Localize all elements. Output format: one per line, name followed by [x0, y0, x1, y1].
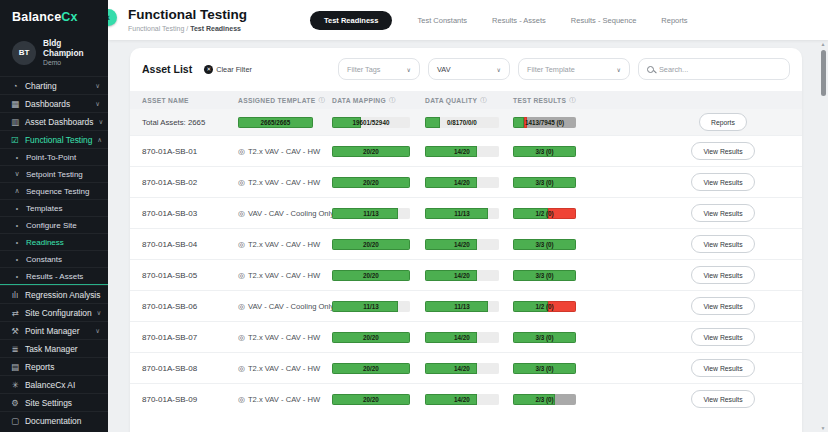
- sidebar-item-label: Point Manager: [25, 326, 79, 336]
- scroll-down-icon[interactable]: ▼: [821, 425, 826, 431]
- tab-test-readiness[interactable]: Test Readiness: [310, 11, 392, 30]
- info-icon[interactable]: ⓘ: [389, 96, 396, 105]
- view-results-button[interactable]: View Results: [691, 142, 754, 160]
- quality-bar: 14/20: [425, 363, 499, 374]
- info-icon[interactable]: ⓘ: [318, 96, 325, 105]
- table-row: 870-01A-SB-03◎VAV - CAV - Cooling Only11…: [130, 197, 802, 228]
- asset-name: 870-01A-SB-03: [142, 209, 238, 218]
- sidebar-item-templates[interactable]: •Templates: [0, 199, 108, 216]
- sidebar-item-asset-dashboards[interactable]: ▥Asset Dashboards∨: [0, 112, 108, 130]
- view-results-button[interactable]: View Results: [691, 390, 754, 408]
- sidebar-item-documentation[interactable]: ▢Documentation: [0, 411, 108, 429]
- tab-test-constants[interactable]: Test Constants: [417, 16, 467, 25]
- quality-cell: 14/20: [425, 332, 513, 343]
- sidebar-item-regression-analysis[interactable]: ılıRegression Analysis: [0, 285, 108, 303]
- quality-bar: 14/20: [425, 332, 499, 343]
- list-icon: ≣: [10, 344, 20, 354]
- sidebar-item-point-to-point[interactable]: •Point-To-Point: [0, 148, 108, 165]
- bullet-icon: •: [13, 273, 21, 280]
- sidebar-item-sequence-testing[interactable]: ∧Sequence Testing: [0, 182, 108, 199]
- results-bar: 1/2 (0): [513, 301, 576, 312]
- action-cell: View Results: [678, 204, 768, 222]
- sidebar-item-configure-site[interactable]: •Configure Site: [0, 216, 108, 233]
- tab-results-assets[interactable]: Results - Assets: [492, 16, 546, 25]
- template-icon: ◎: [238, 271, 245, 280]
- chevron-up-icon: ∧: [97, 136, 102, 144]
- view-results-button[interactable]: View Results: [691, 328, 754, 346]
- sidebar-item-reports[interactable]: ▤Reports: [0, 357, 108, 375]
- column-header-label: Data Quality: [425, 97, 477, 104]
- clear-filter-label: Clear Filter: [216, 65, 252, 74]
- sidebar-item-label: Task Manager: [25, 344, 78, 354]
- chevron-down-icon: ∨: [98, 118, 103, 126]
- assigned-template-cell: ◎T2.x VAV - CAV - HW: [238, 240, 332, 249]
- sidebar-item-setpoint-testing[interactable]: ∨Setpoint Testing: [0, 165, 108, 182]
- quality-cell: 14/20: [425, 177, 513, 188]
- bar-label: 3/3 (0): [513, 146, 576, 157]
- bar-chart-icon: ılı: [10, 290, 20, 300]
- sidebar-item-charting[interactable]: ◔Charting∨: [0, 76, 108, 94]
- mapping-bar: 11/13: [332, 208, 410, 219]
- mapping-bar: 20/20: [332, 394, 410, 405]
- shield-check-icon: ☑: [10, 135, 20, 145]
- clear-filter-button[interactable]: ✕ Clear Filter: [204, 65, 252, 74]
- info-icon[interactable]: ⓘ: [480, 96, 487, 105]
- search-input[interactable]: [659, 65, 781, 74]
- mapping-cell: 20/20: [332, 332, 425, 343]
- filter-dropdown-vav[interactable]: VAV∨: [428, 58, 510, 80]
- view-results-button[interactable]: View Results: [691, 297, 754, 315]
- results-cell: 3/3 (0): [513, 270, 628, 281]
- view-results-button[interactable]: View Results: [691, 173, 754, 191]
- template-icon: ◎: [238, 395, 245, 404]
- chevron-down-icon: ∨: [97, 309, 102, 317]
- sidebar-item-label: BalanceCx AI: [25, 380, 75, 390]
- view-results-button[interactable]: View Results: [691, 204, 754, 222]
- template-icon: ◎: [238, 240, 245, 249]
- filter-dropdown-filter-tags[interactable]: Filter Tags∨: [338, 58, 420, 80]
- sidebar-item-results-assets[interactable]: •Results - Assets: [0, 267, 108, 284]
- scrollbar-thumb[interactable]: [821, 50, 826, 96]
- sidebar-item-dashboards[interactable]: ▦Dashboards∨: [0, 94, 108, 112]
- sidebar-item-balancecx-ai[interactable]: ✳BalanceCx AI: [0, 375, 108, 393]
- sidebar-item-site-settings[interactable]: ⚙Site Settings: [0, 393, 108, 411]
- sidebar-nav: ◔Charting∨▦Dashboards∨▥Asset Dashboards∨…: [0, 76, 108, 432]
- scroll-up-icon[interactable]: ▲: [821, 41, 826, 47]
- sidebar-item-constants[interactable]: •Constants: [0, 250, 108, 267]
- template-name: VAV - CAV - Cooling Only: [248, 209, 334, 218]
- app: BalanceCx BT Bldg Champion Demo ◔Chartin…: [0, 0, 828, 432]
- breadcrumb-parent[interactable]: Functional Testing: [128, 25, 184, 32]
- title-block: Functional Testing Functional Testing / …: [128, 8, 247, 32]
- action-cell: View Results: [678, 142, 768, 160]
- info-icon[interactable]: ⓘ: [569, 96, 576, 105]
- sidebar-item-task-manager[interactable]: ≣Task Manager: [0, 339, 108, 357]
- tab-reports[interactable]: Reports: [661, 16, 687, 25]
- view-results-button[interactable]: View Results: [691, 235, 754, 253]
- assigned-template-cell: ◎VAV - CAV - Cooling Only: [238, 302, 332, 311]
- bar-label: 3/3 (0): [513, 239, 576, 250]
- sidebar-item-site-configuration[interactable]: ⇄Site Configuration∨: [0, 303, 108, 321]
- sidebar-item-point-manager[interactable]: ⚒Point Manager∨: [0, 321, 108, 339]
- sidebar-item-readiness[interactable]: •Readiness: [0, 233, 108, 250]
- quality-cell: 14/20: [425, 239, 513, 250]
- quality-bar: 14/20: [425, 394, 499, 405]
- view-results-button[interactable]: View Results: [691, 266, 754, 284]
- tab-results-sequence[interactable]: Results - Sequence: [571, 16, 636, 25]
- mapping-cell: 20/20: [332, 270, 425, 281]
- sidebar-item-functional-testing[interactable]: ☑Functional Testing∧: [0, 130, 108, 148]
- bar-label: 2665/2665: [238, 117, 313, 128]
- mapping-cell: 20/20: [332, 363, 425, 374]
- results-bar: 3/3 (0): [513, 177, 576, 188]
- bar-label: 11/13: [425, 301, 499, 312]
- filter-dropdown-filter-template[interactable]: Filter Template∨: [518, 58, 630, 80]
- quality-cell: 14/20: [425, 363, 513, 374]
- quality-cell: 14/20: [425, 146, 513, 157]
- reports-button[interactable]: Reports: [699, 113, 747, 131]
- content: Asset List ✕ Clear Filter Filter Tags∨VA…: [108, 40, 828, 432]
- mapping-cell: 20/20: [332, 394, 425, 405]
- quality-bar: 14/20: [425, 239, 499, 250]
- avatar: BT: [12, 41, 36, 65]
- action-cell: View Results: [678, 328, 768, 346]
- user-profile[interactable]: BT Bldg Champion Demo: [0, 24, 108, 76]
- view-results-button[interactable]: View Results: [691, 359, 754, 377]
- sidebar: BalanceCx BT Bldg Champion Demo ◔Chartin…: [0, 0, 108, 432]
